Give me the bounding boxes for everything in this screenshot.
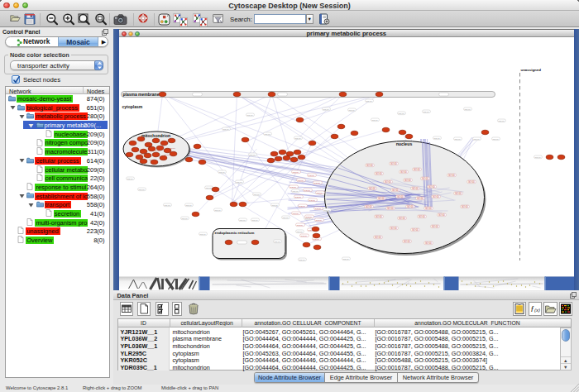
svg-text:GO:00: GO:00 bbox=[419, 215, 425, 218]
svg-text:GO:00: GO:00 bbox=[473, 138, 480, 141]
svg-text:GO:00: GO:00 bbox=[492, 138, 499, 141]
svg-text:GO:00: GO:00 bbox=[454, 138, 461, 141]
svg-text:GO:00: GO:00 bbox=[253, 194, 260, 196]
svg-text:GO:00: GO:00 bbox=[468, 180, 475, 184]
svg-text:GO:00: GO:00 bbox=[342, 258, 349, 261]
svg-text:GO:00: GO:00 bbox=[314, 208, 321, 210]
svg-text:GO:00: GO:00 bbox=[323, 108, 329, 111]
svg-text:GO:00: GO:00 bbox=[309, 199, 315, 202]
svg-text:Oxxxx: Oxxxx bbox=[132, 146, 138, 148]
svg-text:endoplasmic reticulum: endoplasmic reticulum bbox=[214, 231, 254, 235]
svg-text:GO:00: GO:00 bbox=[366, 205, 372, 208]
svg-text:Oxxxx: Oxxxx bbox=[170, 147, 175, 149]
svg-text:GO:00: GO:00 bbox=[433, 137, 440, 140]
svg-text:GO:00: GO:00 bbox=[376, 172, 382, 175]
svg-text:GO:00: GO:00 bbox=[251, 219, 258, 222]
svg-text:GO:00: GO:00 bbox=[299, 259, 305, 261]
svg-text:GO:00: GO:00 bbox=[392, 189, 399, 192]
svg-text:GO:00: GO:00 bbox=[412, 228, 419, 232]
svg-text:GO:00: GO:00 bbox=[305, 216, 312, 218]
svg-text:GO:00: GO:00 bbox=[417, 197, 423, 200]
svg-text:(x): (x) bbox=[534, 308, 540, 313]
svg-text:GO:00: GO:00 bbox=[249, 154, 256, 156]
svg-text:GO:00: GO:00 bbox=[316, 192, 323, 194]
svg-text:Oxxxx: Oxxxx bbox=[149, 159, 155, 160]
svg-text:GO:00: GO:00 bbox=[290, 186, 296, 189]
svg-text:cytoplasm: cytoplasm bbox=[122, 104, 142, 109]
svg-text:GO:00: GO:00 bbox=[264, 133, 270, 136]
svg-text:GO:00: GO:00 bbox=[294, 196, 301, 198]
svg-text:GO:00: GO:00 bbox=[398, 112, 404, 115]
svg-text:GO:00: GO:00 bbox=[199, 233, 206, 236]
svg-text:GO:00: GO:00 bbox=[239, 219, 246, 222]
svg-text:GO:00: GO:00 bbox=[292, 190, 299, 193]
svg-text:GO:00: GO:00 bbox=[323, 209, 330, 212]
svg-text:GO:00: GO:00 bbox=[498, 120, 505, 122]
svg-text:GO:00: GO:00 bbox=[425, 207, 432, 210]
svg-text:GO:00: GO:00 bbox=[404, 240, 410, 243]
svg-text:GO:00: GO:00 bbox=[205, 187, 212, 189]
svg-text:GO:00: GO:00 bbox=[407, 205, 414, 208]
svg-text:GO:00: GO:00 bbox=[292, 171, 299, 174]
svg-text:GO:00: GO:00 bbox=[214, 209, 221, 212]
svg-text:GO:00: GO:00 bbox=[313, 182, 320, 184]
svg-text:GO:00: GO:00 bbox=[164, 204, 170, 207]
svg-text:GO:00: GO:00 bbox=[397, 195, 404, 198]
svg-text:GO:00: GO:00 bbox=[375, 236, 381, 239]
svg-text:GO:00: GO:00 bbox=[246, 114, 253, 117]
svg-text:GO:00: GO:00 bbox=[282, 217, 289, 219]
svg-text:unassigned: unassigned bbox=[520, 68, 541, 72]
svg-text:GO:00: GO:00 bbox=[387, 207, 394, 210]
svg-text:GO:00: GO:00 bbox=[315, 219, 322, 222]
svg-text:GO:00: GO:00 bbox=[294, 137, 301, 140]
svg-text:GO:00: GO:00 bbox=[376, 215, 382, 218]
svg-text:GO:00: GO:00 bbox=[292, 213, 299, 215]
svg-text:GO:00: GO:00 bbox=[378, 197, 385, 200]
svg-text:GO:00: GO:00 bbox=[369, 187, 376, 190]
svg-text:GO:00: GO:00 bbox=[308, 174, 314, 177]
svg-text:GO:00: GO:00 bbox=[181, 218, 188, 220]
svg-text:Oxxxx: Oxxxx bbox=[140, 153, 146, 155]
svg-text:GO:00: GO:00 bbox=[296, 224, 303, 227]
svg-text:GO:00: GO:00 bbox=[414, 168, 420, 171]
svg-text:GO:00: GO:00 bbox=[448, 174, 455, 177]
svg-text:GO:00: GO:00 bbox=[236, 181, 242, 184]
svg-text:GO:00: GO:00 bbox=[366, 164, 373, 167]
svg-text:plasma membrane: plasma membrane bbox=[122, 92, 159, 97]
svg-text:GO:00: GO:00 bbox=[304, 189, 310, 192]
svg-text:GO:00: GO:00 bbox=[428, 185, 435, 189]
svg-text:GO:00: GO:00 bbox=[534, 156, 541, 159]
svg-text:GO:00: GO:00 bbox=[404, 179, 411, 182]
svg-text:GO:00: GO:00 bbox=[218, 171, 225, 174]
svg-text:GO:00: GO:00 bbox=[366, 100, 372, 103]
svg-text:GO:00: GO:00 bbox=[127, 178, 133, 180]
svg-text:GO:00: GO:00 bbox=[271, 204, 278, 207]
svg-text:mitochondrion: mitochondrion bbox=[141, 133, 170, 138]
svg-text:Oxxxx: Oxxxx bbox=[146, 142, 152, 144]
svg-text:GO:00: GO:00 bbox=[399, 217, 405, 220]
svg-text:GO:00: GO:00 bbox=[348, 109, 355, 112]
svg-text:GO:00: GO:00 bbox=[313, 238, 319, 241]
svg-text:GO:00: GO:00 bbox=[432, 225, 438, 228]
svg-text:nucleus: nucleus bbox=[395, 141, 412, 146]
svg-text:GO:00: GO:00 bbox=[390, 227, 397, 230]
svg-text:GO:00: GO:00 bbox=[433, 195, 439, 198]
svg-text:GO:00: GO:00 bbox=[299, 205, 305, 208]
svg-text:GO:00: GO:00 bbox=[138, 189, 145, 191]
svg-text:GO:00: GO:00 bbox=[412, 187, 419, 190]
svg-text:Oxxxx: Oxxxx bbox=[164, 154, 170, 155]
svg-text:GO:00: GO:00 bbox=[425, 241, 432, 245]
svg-text:GO:00: GO:00 bbox=[297, 179, 304, 182]
svg-text:GO:00: GO:00 bbox=[296, 231, 303, 233]
svg-text:GO:00: GO:00 bbox=[385, 180, 391, 184]
svg-text:GO:00: GO:00 bbox=[400, 170, 407, 174]
svg-text:GO:00: GO:00 bbox=[185, 204, 192, 207]
svg-text:GO:00: GO:00 bbox=[390, 162, 397, 165]
svg-text:GO:00: GO:00 bbox=[274, 241, 280, 243]
svg-text:GO:00: GO:00 bbox=[464, 108, 471, 111]
svg-text:GO:00: GO:00 bbox=[462, 205, 468, 208]
svg-text:GO:00: GO:00 bbox=[300, 235, 307, 237]
svg-text:Oxxxx: Oxxxx bbox=[155, 150, 160, 151]
svg-text:GO:00: GO:00 bbox=[438, 213, 445, 217]
svg-text:Oxxxx: Oxxxx bbox=[159, 145, 165, 146]
